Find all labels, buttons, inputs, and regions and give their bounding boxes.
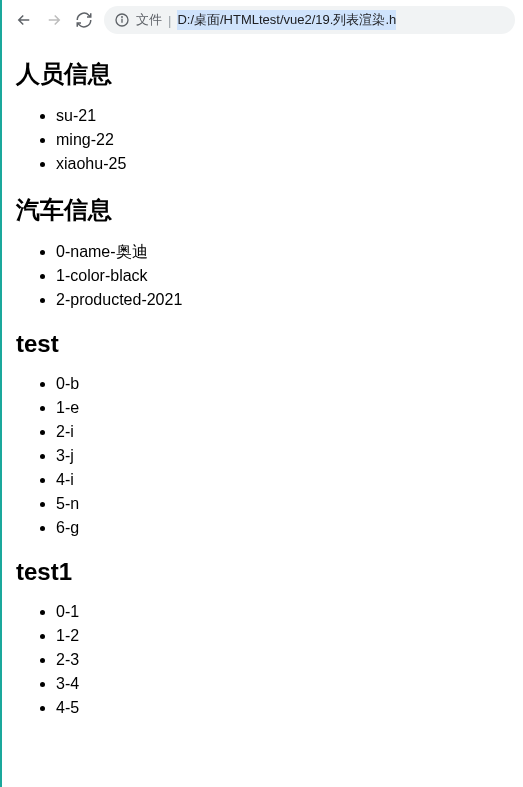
address-bar[interactable]: 文件 | D:/桌面/HTMLtest/vue2/19.列表渲染.h <box>104 6 515 34</box>
list-item: 3-j <box>56 444 509 468</box>
list-item: 0-name-奥迪 <box>56 240 509 264</box>
heading-test: test <box>16 330 509 358</box>
list-item: 2-i <box>56 420 509 444</box>
heading-test1: test1 <box>16 558 509 586</box>
list-item: 0-1 <box>56 600 509 624</box>
list-item: 3-4 <box>56 672 509 696</box>
list-item: 1-2 <box>56 624 509 648</box>
list-item: 1-color-black <box>56 264 509 288</box>
reload-button[interactable] <box>74 10 94 30</box>
heading-people: 人员信息 <box>16 58 509 90</box>
list-item: 5-n <box>56 492 509 516</box>
list-item: xiaohu-25 <box>56 152 509 176</box>
arrow-left-icon <box>15 11 33 29</box>
list-item: 2-3 <box>56 648 509 672</box>
test1-list: 0-1 1-2 2-3 3-4 4-5 <box>16 600 509 720</box>
list-item: su-21 <box>56 104 509 128</box>
list-item: 4-i <box>56 468 509 492</box>
people-list: su-21 ming-22 xiaohu-25 <box>16 104 509 176</box>
svg-point-2 <box>122 17 123 18</box>
reload-icon <box>75 11 93 29</box>
back-button[interactable] <box>14 10 34 30</box>
list-item: 1-e <box>56 396 509 420</box>
page-content: 人员信息 su-21 ming-22 xiaohu-25 汽车信息 0-name… <box>2 40 523 744</box>
list-item: 4-5 <box>56 696 509 720</box>
list-item: 0-b <box>56 372 509 396</box>
url-text: D:/桌面/HTMLtest/vue2/19.列表渲染.h <box>177 10 396 30</box>
arrow-right-icon <box>45 11 63 29</box>
list-item: 2-producted-2021 <box>56 288 509 312</box>
test-list: 0-b 1-e 2-i 3-j 4-i 5-n 6-g <box>16 372 509 540</box>
forward-button[interactable] <box>44 10 64 30</box>
car-list: 0-name-奥迪 1-color-black 2-producted-2021 <box>16 240 509 312</box>
url-separator: | <box>168 13 171 28</box>
list-item: 6-g <box>56 516 509 540</box>
heading-car: 汽车信息 <box>16 194 509 226</box>
url-scheme-label: 文件 <box>136 11 162 29</box>
list-item: ming-22 <box>56 128 509 152</box>
info-icon <box>114 12 130 28</box>
browser-toolbar: 文件 | D:/桌面/HTMLtest/vue2/19.列表渲染.h <box>2 0 523 40</box>
